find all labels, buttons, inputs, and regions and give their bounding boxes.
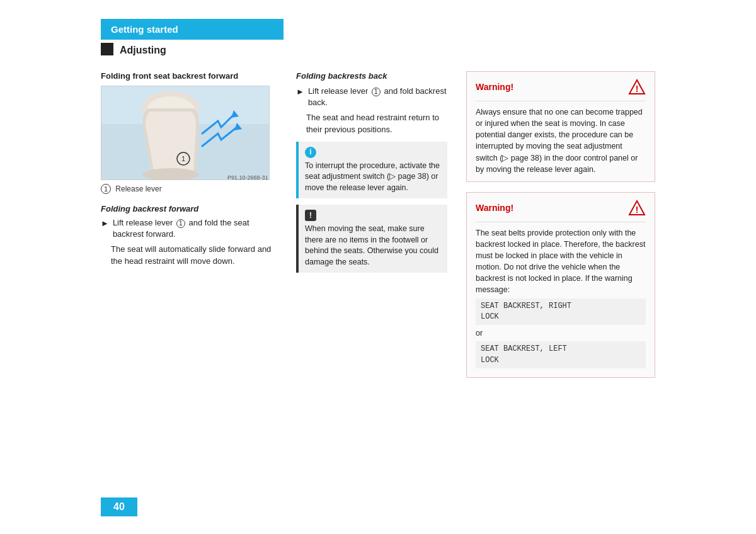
left-column: Folding front seat backrest forward [101, 71, 277, 388]
bullet-arrow: ► [101, 218, 109, 229]
caution-text: When moving the seat, make sure there ar… [305, 224, 441, 268]
section-label: Adjusting [120, 45, 166, 56]
bullet-text: Lift release lever 1 and fold the seat b… [113, 217, 277, 240]
warning-title-2: Warning! [476, 203, 513, 213]
info-icon: i [305, 147, 316, 158]
folding-front-title: Folding front seat backrest forward [101, 71, 277, 81]
caution-icon: ! [305, 210, 316, 221]
warning-header-1: Warning! ! [476, 78, 646, 96]
page-number: 40 [101, 497, 137, 516]
info-text: To interrupt the procedure, activate the… [305, 161, 441, 194]
warning-divider-1 [476, 101, 646, 101]
black-square-indicator [101, 43, 113, 55]
warning-triangle-2: ! [628, 199, 646, 217]
code-block-1: SEAT BACKREST, RIGHT LOCK [476, 298, 646, 326]
main-content: Folding front seat backrest forward [101, 71, 655, 388]
para-text-1: The seat will automatically slide forwar… [111, 244, 277, 266]
warning-card-2: Warning! ! The seat belts provide protec… [466, 192, 655, 378]
warning-card-1: Warning! ! Always ensure that no one can… [466, 71, 655, 182]
folding-backrest-bullet: ► Lift release lever 1 and fold the seat… [101, 217, 277, 240]
warning-title-1: Warning! [476, 82, 513, 92]
bullet-text-2: Lift release lever 1 and fold backrest b… [308, 86, 447, 108]
caption-text: Release lever [115, 185, 161, 193]
right-column: Warning! ! Always ensure that no one can… [466, 71, 655, 388]
bullet-arrow-2: ► [296, 86, 304, 98]
warning-text-1: Always ensure that no one can become tra… [476, 106, 646, 175]
circle-num-1: 1 [176, 219, 185, 228]
svg-text:P91.10-2668-31: P91.10-2668-31 [227, 174, 268, 180]
svg-text:1: 1 [181, 155, 185, 162]
getting-started-bar: Getting started [101, 19, 284, 40]
folding-backrest-title: Folding backrest forward [101, 204, 277, 213]
svg-text:!: ! [636, 205, 639, 215]
car-seat-image: 1 P91.10-2668-31 [101, 86, 270, 180]
warning-divider-2 [476, 222, 646, 222]
warning-text-2: The seat belts provide protection only w… [476, 227, 646, 368]
caution-box: ! When moving the seat, make sure there … [296, 205, 447, 273]
caption-number: 1 [101, 184, 111, 194]
warning-triangle-1: ! [628, 78, 646, 96]
image-caption: 1 Release lever [101, 184, 277, 194]
circle-num-2: 1 [372, 88, 381, 96]
svg-text:!: ! [636, 84, 639, 94]
folding-backrests-title: Folding backrests back [296, 71, 447, 81]
warning-header-2: Warning! ! [476, 199, 646, 217]
para-text-2: The seat and head restraint return to th… [306, 112, 447, 135]
info-box: i To interrupt the procedure, activate t… [296, 142, 447, 199]
middle-column: Folding backrests back ► Lift release le… [296, 71, 447, 388]
code-block-2: SEAT BACKREST, LEFT LOCK [476, 341, 646, 368]
header-section: Getting started Adjusting [101, 19, 655, 59]
backrests-back-bullet: ► Lift release lever 1 and fold backrest… [296, 86, 447, 108]
